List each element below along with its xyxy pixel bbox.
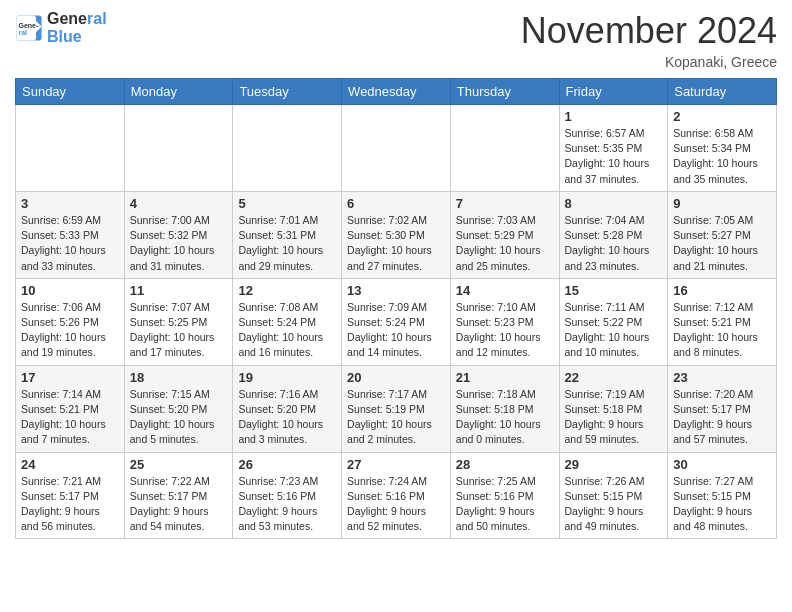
calendar-cell: 10Sunrise: 7:06 AM Sunset: 5:26 PM Dayli… — [16, 278, 125, 365]
calendar-cell: 25Sunrise: 7:22 AM Sunset: 5:17 PM Dayli… — [124, 452, 233, 539]
svg-text:ral: ral — [19, 29, 28, 36]
weekday-header-row: SundayMondayTuesdayWednesdayThursdayFrid… — [16, 79, 777, 105]
calendar-cell: 7Sunrise: 7:03 AM Sunset: 5:29 PM Daylig… — [450, 191, 559, 278]
day-info: Sunrise: 6:59 AM Sunset: 5:33 PM Dayligh… — [21, 213, 119, 274]
calendar-cell: 16Sunrise: 7:12 AM Sunset: 5:21 PM Dayli… — [668, 278, 777, 365]
day-number: 24 — [21, 457, 119, 472]
day-info: Sunrise: 7:21 AM Sunset: 5:17 PM Dayligh… — [21, 474, 119, 535]
calendar-cell: 3Sunrise: 6:59 AM Sunset: 5:33 PM Daylig… — [16, 191, 125, 278]
day-info: Sunrise: 7:17 AM Sunset: 5:19 PM Dayligh… — [347, 387, 445, 448]
day-number: 5 — [238, 196, 336, 211]
day-info: Sunrise: 7:02 AM Sunset: 5:30 PM Dayligh… — [347, 213, 445, 274]
day-info: Sunrise: 7:11 AM Sunset: 5:22 PM Dayligh… — [565, 300, 663, 361]
calendar-cell: 13Sunrise: 7:09 AM Sunset: 5:24 PM Dayli… — [342, 278, 451, 365]
calendar-cell: 5Sunrise: 7:01 AM Sunset: 5:31 PM Daylig… — [233, 191, 342, 278]
day-number: 8 — [565, 196, 663, 211]
page: Gene- ral General Blue November 2024 Kop… — [0, 0, 792, 554]
weekday-header-monday: Monday — [124, 79, 233, 105]
day-info: Sunrise: 7:15 AM Sunset: 5:20 PM Dayligh… — [130, 387, 228, 448]
weekday-header-sunday: Sunday — [16, 79, 125, 105]
week-row-2: 3Sunrise: 6:59 AM Sunset: 5:33 PM Daylig… — [16, 191, 777, 278]
day-info: Sunrise: 7:14 AM Sunset: 5:21 PM Dayligh… — [21, 387, 119, 448]
calendar-cell: 2Sunrise: 6:58 AM Sunset: 5:34 PM Daylig… — [668, 105, 777, 192]
day-number: 25 — [130, 457, 228, 472]
day-number: 19 — [238, 370, 336, 385]
calendar-table: SundayMondayTuesdayWednesdayThursdayFrid… — [15, 78, 777, 539]
calendar-cell: 20Sunrise: 7:17 AM Sunset: 5:19 PM Dayli… — [342, 365, 451, 452]
calendar-cell: 21Sunrise: 7:18 AM Sunset: 5:18 PM Dayli… — [450, 365, 559, 452]
day-number: 4 — [130, 196, 228, 211]
calendar-cell — [450, 105, 559, 192]
week-row-1: 1Sunrise: 6:57 AM Sunset: 5:35 PM Daylig… — [16, 105, 777, 192]
calendar-cell — [124, 105, 233, 192]
day-info: Sunrise: 7:18 AM Sunset: 5:18 PM Dayligh… — [456, 387, 554, 448]
day-number: 2 — [673, 109, 771, 124]
weekday-header-tuesday: Tuesday — [233, 79, 342, 105]
calendar-cell: 24Sunrise: 7:21 AM Sunset: 5:17 PM Dayli… — [16, 452, 125, 539]
day-info: Sunrise: 7:04 AM Sunset: 5:28 PM Dayligh… — [565, 213, 663, 274]
day-number: 21 — [456, 370, 554, 385]
day-info: Sunrise: 7:27 AM Sunset: 5:15 PM Dayligh… — [673, 474, 771, 535]
day-number: 23 — [673, 370, 771, 385]
calendar-cell: 18Sunrise: 7:15 AM Sunset: 5:20 PM Dayli… — [124, 365, 233, 452]
weekday-header-thursday: Thursday — [450, 79, 559, 105]
day-number: 12 — [238, 283, 336, 298]
calendar-cell: 30Sunrise: 7:27 AM Sunset: 5:15 PM Dayli… — [668, 452, 777, 539]
day-number: 7 — [456, 196, 554, 211]
calendar-cell: 6Sunrise: 7:02 AM Sunset: 5:30 PM Daylig… — [342, 191, 451, 278]
day-info: Sunrise: 7:12 AM Sunset: 5:21 PM Dayligh… — [673, 300, 771, 361]
day-info: Sunrise: 7:26 AM Sunset: 5:15 PM Dayligh… — [565, 474, 663, 535]
week-row-4: 17Sunrise: 7:14 AM Sunset: 5:21 PM Dayli… — [16, 365, 777, 452]
day-info: Sunrise: 7:05 AM Sunset: 5:27 PM Dayligh… — [673, 213, 771, 274]
day-number: 10 — [21, 283, 119, 298]
day-number: 13 — [347, 283, 445, 298]
day-info: Sunrise: 7:19 AM Sunset: 5:18 PM Dayligh… — [565, 387, 663, 448]
calendar-cell: 19Sunrise: 7:16 AM Sunset: 5:20 PM Dayli… — [233, 365, 342, 452]
svg-text:Gene-: Gene- — [19, 22, 40, 29]
day-number: 3 — [21, 196, 119, 211]
header: Gene- ral General Blue November 2024 Kop… — [15, 10, 777, 70]
logo-line2: Blue — [47, 28, 107, 46]
calendar-cell — [16, 105, 125, 192]
calendar-cell: 27Sunrise: 7:24 AM Sunset: 5:16 PM Dayli… — [342, 452, 451, 539]
calendar-cell: 29Sunrise: 7:26 AM Sunset: 5:15 PM Dayli… — [559, 452, 668, 539]
day-info: Sunrise: 7:10 AM Sunset: 5:23 PM Dayligh… — [456, 300, 554, 361]
calendar-cell: 23Sunrise: 7:20 AM Sunset: 5:17 PM Dayli… — [668, 365, 777, 452]
month-title: November 2024 — [521, 10, 777, 52]
day-number: 26 — [238, 457, 336, 472]
day-number: 11 — [130, 283, 228, 298]
day-number: 15 — [565, 283, 663, 298]
calendar-cell: 4Sunrise: 7:00 AM Sunset: 5:32 PM Daylig… — [124, 191, 233, 278]
calendar-cell: 28Sunrise: 7:25 AM Sunset: 5:16 PM Dayli… — [450, 452, 559, 539]
calendar-cell: 17Sunrise: 7:14 AM Sunset: 5:21 PM Dayli… — [16, 365, 125, 452]
calendar-cell: 11Sunrise: 7:07 AM Sunset: 5:25 PM Dayli… — [124, 278, 233, 365]
calendar-cell: 12Sunrise: 7:08 AM Sunset: 5:24 PM Dayli… — [233, 278, 342, 365]
week-row-3: 10Sunrise: 7:06 AM Sunset: 5:26 PM Dayli… — [16, 278, 777, 365]
day-info: Sunrise: 7:25 AM Sunset: 5:16 PM Dayligh… — [456, 474, 554, 535]
day-info: Sunrise: 7:08 AM Sunset: 5:24 PM Dayligh… — [238, 300, 336, 361]
calendar-cell — [342, 105, 451, 192]
day-number: 27 — [347, 457, 445, 472]
logo: Gene- ral General Blue — [15, 10, 107, 45]
weekday-header-saturday: Saturday — [668, 79, 777, 105]
calendar-cell — [233, 105, 342, 192]
calendar-cell: 15Sunrise: 7:11 AM Sunset: 5:22 PM Dayli… — [559, 278, 668, 365]
day-info: Sunrise: 7:16 AM Sunset: 5:20 PM Dayligh… — [238, 387, 336, 448]
weekday-header-friday: Friday — [559, 79, 668, 105]
day-info: Sunrise: 7:03 AM Sunset: 5:29 PM Dayligh… — [456, 213, 554, 274]
day-number: 14 — [456, 283, 554, 298]
day-number: 18 — [130, 370, 228, 385]
calendar-cell: 26Sunrise: 7:23 AM Sunset: 5:16 PM Dayli… — [233, 452, 342, 539]
day-info: Sunrise: 7:22 AM Sunset: 5:17 PM Dayligh… — [130, 474, 228, 535]
day-info: Sunrise: 6:57 AM Sunset: 5:35 PM Dayligh… — [565, 126, 663, 187]
day-info: Sunrise: 7:01 AM Sunset: 5:31 PM Dayligh… — [238, 213, 336, 274]
day-number: 29 — [565, 457, 663, 472]
logo-line1: General — [47, 10, 107, 28]
calendar-cell: 22Sunrise: 7:19 AM Sunset: 5:18 PM Dayli… — [559, 365, 668, 452]
day-number: 16 — [673, 283, 771, 298]
day-info: Sunrise: 7:07 AM Sunset: 5:25 PM Dayligh… — [130, 300, 228, 361]
day-number: 9 — [673, 196, 771, 211]
day-info: Sunrise: 7:24 AM Sunset: 5:16 PM Dayligh… — [347, 474, 445, 535]
day-info: Sunrise: 7:09 AM Sunset: 5:24 PM Dayligh… — [347, 300, 445, 361]
location: Kopanaki, Greece — [521, 54, 777, 70]
